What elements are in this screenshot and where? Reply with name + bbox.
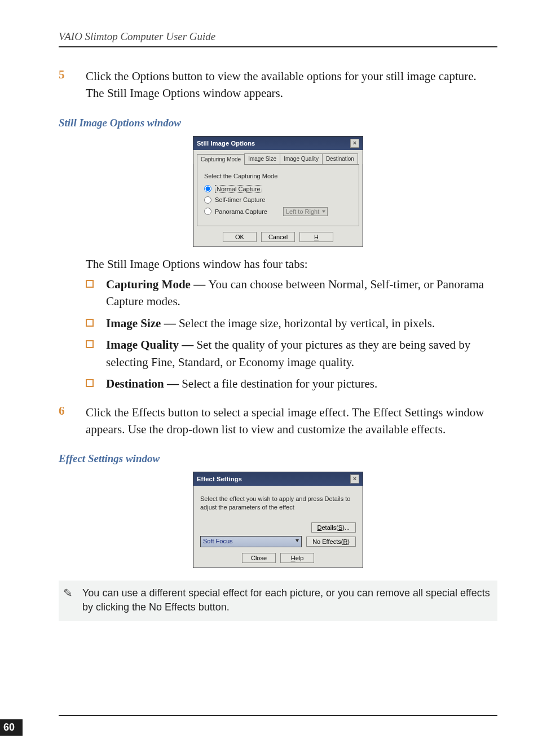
tab-capturing-mode[interactable]: Capturing Mode	[197, 154, 245, 165]
close-icon[interactable]: ×	[350, 139, 359, 148]
bullet-quality-term: Image Quality —	[106, 338, 196, 351]
bullet-capture-term: Capturing Mode —	[106, 278, 208, 291]
effect-dialog-body: Select the effect you wish to apply and …	[193, 486, 363, 551]
dialog-titlebar: Still Image Options ×	[193, 137, 363, 150]
pencil-icon: ✎	[63, 585, 73, 601]
effect-instructions: Select the effect you wish to apply and …	[200, 495, 356, 511]
details-button[interactable]: Details(S)...	[311, 522, 356, 533]
radio-normal-row[interactable]: Normal Capture	[204, 185, 352, 193]
tab-destination[interactable]: Destination	[322, 153, 358, 164]
radio-selftimer-row[interactable]: Self-timer Capture	[204, 196, 352, 204]
figure-still-options: Still Image Options × Capturing Mode Ima…	[59, 136, 497, 247]
tab-image-size[interactable]: Image Size	[244, 153, 280, 164]
effect-dialog-titlebar: Effect Settings ×	[193, 472, 363, 486]
tabs-intro: The Still Image Options window has four …	[86, 257, 497, 271]
no-effects-button[interactable]: No Effects(R)	[306, 537, 356, 547]
note-box: ✎ You can use a different special effect…	[59, 581, 497, 621]
tab-description-list: Capturing Mode — You can choose between …	[86, 276, 497, 393]
bullet-destination: Destination — Select a file destination …	[86, 375, 497, 392]
radio-panorama-label: Panorama Capture	[215, 208, 267, 215]
step-5-number: 5	[59, 68, 70, 102]
cancel-button[interactable]: Cancel	[261, 232, 295, 242]
bullet-size-desc: Select the image size, horizontal by ver…	[179, 317, 435, 330]
step-6-text: Click the Effects button to select a spe…	[86, 404, 497, 438]
effect-settings-dialog: Effect Settings × Select the effect you …	[193, 472, 363, 568]
caption-effect-settings: Effect Settings window	[59, 452, 497, 465]
effect-button-row: Close Help	[193, 551, 363, 568]
tab-image-quality[interactable]: Image Quality	[280, 153, 323, 164]
step-5: 5 Click the Options button to view the a…	[59, 68, 497, 102]
close-button[interactable]: Close	[242, 553, 276, 563]
radio-normal-label: Normal Capture	[215, 185, 262, 193]
bullet-image-size: Image Size — Select the image size, hori…	[86, 315, 497, 332]
help-button[interactable]: H	[299, 232, 333, 242]
step-6-number: 6	[59, 404, 70, 438]
step-6: 6 Click the Effects button to select a s…	[59, 404, 497, 438]
figure-effect-settings: Effect Settings × Select the effect you …	[59, 472, 497, 568]
dialog-button-row: OK Cancel H	[193, 230, 363, 247]
page-header: VAIO Slimtop Computer User Guide	[59, 30, 497, 47]
bullet-dest-desc: Select a file destination for your pictu…	[182, 377, 377, 390]
bullet-image-quality: Image Quality — Set the quality of your …	[86, 336, 497, 371]
step-5-text: Click the Options button to view the ava…	[86, 68, 497, 102]
close-icon[interactable]: ×	[350, 474, 359, 484]
note-text: You can use a different special effect f…	[82, 587, 490, 613]
help-button[interactable]: Help	[280, 553, 314, 563]
effect-dialog-title: Effect Settings	[197, 476, 350, 482]
effect-select[interactable]: Soft Focus	[200, 536, 302, 547]
tab-bar: Capturing Mode Image Size Image Quality …	[193, 150, 363, 164]
radio-normal[interactable]	[204, 185, 211, 192]
bullet-size-term: Image Size —	[106, 317, 179, 330]
radio-panorama[interactable]	[204, 208, 211, 215]
page-footer: 60	[0, 715, 538, 736]
step-5-line1: Click the Options button to view the ava…	[86, 69, 436, 83]
tab-panel: Select the Capturing Mode Normal Capture…	[197, 164, 359, 226]
bullet-dest-term: Destination —	[106, 377, 182, 390]
panorama-direction-select[interactable]: Left to Right	[283, 207, 328, 216]
radio-selftimer[interactable]	[204, 196, 211, 204]
still-options-dialog: Still Image Options × Capturing Mode Ima…	[193, 136, 363, 247]
header-title: VAIO Slimtop Computer User Guide	[59, 30, 215, 42]
capture-mode-prompt: Select the Capturing Mode	[204, 173, 352, 179]
ok-button[interactable]: OK	[223, 232, 257, 242]
caption-still-options: Still Image Options window	[59, 117, 497, 129]
radio-panorama-row[interactable]: Panorama Capture	[204, 208, 267, 215]
bullet-capturing-mode: Capturing Mode — You can choose between …	[86, 276, 497, 310]
radio-selftimer-label: Self-timer Capture	[215, 196, 265, 203]
page-number: 60	[0, 719, 23, 736]
dialog-title: Still Image Options	[197, 140, 350, 147]
